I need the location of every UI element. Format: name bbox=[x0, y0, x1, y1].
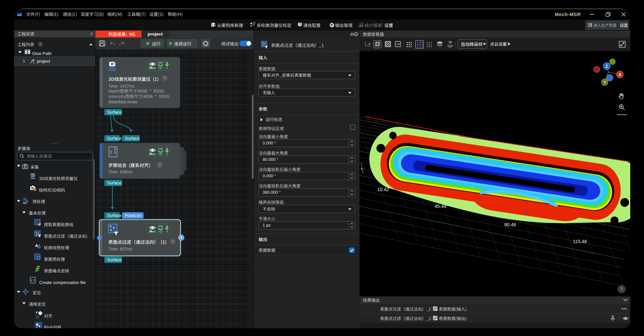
svg-text:80.46: 80.46 bbox=[504, 222, 516, 227]
svg-text:?: ? bbox=[620, 286, 623, 292]
svg-text:Z: Z bbox=[605, 64, 608, 69]
svg-text:?: ? bbox=[39, 43, 41, 46]
svg-text:45.44: 45.44 bbox=[434, 204, 446, 209]
svg-text:Y: Y bbox=[603, 80, 606, 85]
svg-text:2D: 2D bbox=[368, 42, 371, 46]
svg-text:?: ? bbox=[158, 163, 161, 167]
svg-text:X: X bbox=[619, 72, 621, 77]
svg-text:?: ? bbox=[171, 239, 174, 244]
svg-text:?: ? bbox=[163, 76, 166, 80]
svg-text:10.42: 10.42 bbox=[377, 187, 389, 192]
svg-text:115.48: 115.48 bbox=[573, 239, 587, 244]
